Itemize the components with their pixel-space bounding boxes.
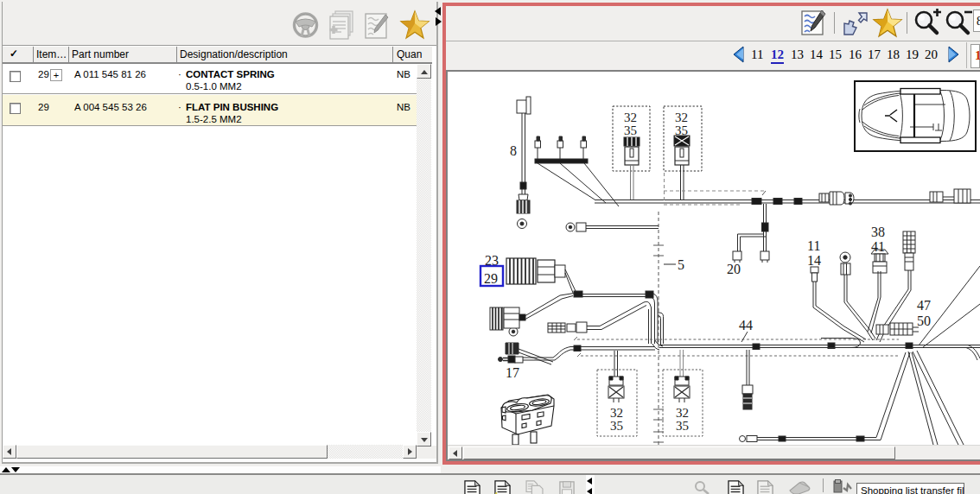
- svg-text:5: 5: [678, 257, 684, 272]
- svg-text:35: 35: [610, 419, 623, 433]
- svg-text:41: 41: [871, 239, 885, 254]
- svg-text:17: 17: [506, 365, 519, 380]
- svg-text:35: 35: [675, 124, 688, 137]
- svg-text:14: 14: [807, 253, 821, 268]
- svg-text:32: 32: [610, 406, 623, 420]
- svg-text:8: 8: [510, 143, 517, 158]
- svg-text:47: 47: [917, 298, 931, 313]
- svg-text:32: 32: [624, 111, 637, 124]
- svg-text:32: 32: [676, 406, 689, 420]
- svg-text:44: 44: [739, 318, 753, 332]
- svg-text:38: 38: [871, 225, 885, 239]
- svg-text:29: 29: [484, 271, 498, 286]
- svg-text:32: 32: [675, 111, 688, 124]
- svg-text:35: 35: [624, 124, 637, 137]
- svg-text:11: 11: [807, 238, 820, 253]
- svg-text:20: 20: [727, 262, 741, 276]
- svg-text:35: 35: [676, 419, 689, 433]
- svg-text:50: 50: [917, 314, 931, 328]
